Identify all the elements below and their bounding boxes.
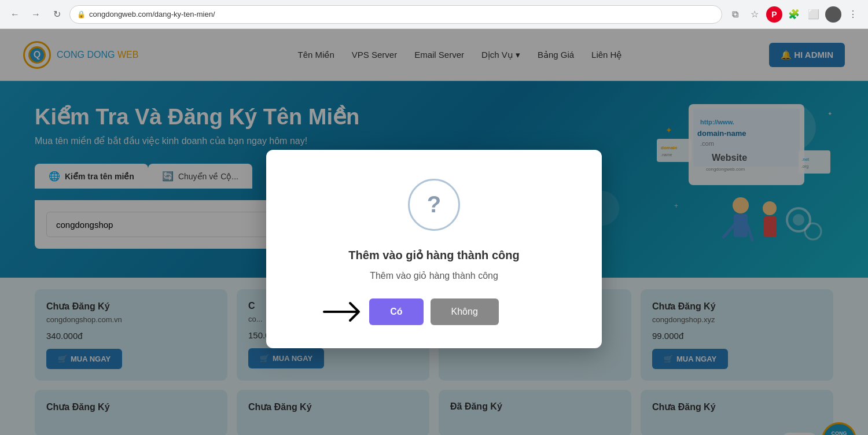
modal-buttons: Có Không xyxy=(301,298,567,325)
co-button[interactable]: Có xyxy=(369,298,423,325)
modal-arrow xyxy=(318,297,376,326)
address-bar[interactable]: 🔒 congdongweb.com/dang-ky-ten-mien/ xyxy=(69,5,722,24)
website: Q CONG DONG WEB Tên Miền VPS Server Emai… xyxy=(0,29,868,435)
url-text: congdongweb.com/dang-ky-ten-mien/ xyxy=(89,10,215,19)
share-button[interactable]: ⧉ xyxy=(727,6,743,23)
page-wrapper: ← → ↻ 🔒 congdongweb.com/dang-ky-ten-mien… xyxy=(0,0,868,435)
modal-question-icon: ? xyxy=(408,179,460,231)
reload-button[interactable]: ↻ xyxy=(49,6,65,23)
khong-button[interactable]: Không xyxy=(431,298,499,325)
pinterest-icon: P xyxy=(766,6,782,23)
back-button[interactable]: ← xyxy=(7,6,23,23)
lock-icon: 🔒 xyxy=(77,10,86,19)
modal-title: Thêm vào giỏ hàng thành công xyxy=(301,248,567,262)
modal-message: Thêm vào giỏ hàng thành công xyxy=(301,270,567,281)
forward-button[interactable]: → xyxy=(28,6,44,23)
modal-dialog: ? Thêm vào giỏ hàng thành công Thêm vào … xyxy=(266,150,602,348)
bookmark-button[interactable]: ☆ xyxy=(746,6,763,23)
tab-button[interactable]: ⬜ xyxy=(806,6,822,23)
menu-button[interactable]: ⋮ xyxy=(845,6,861,23)
extensions-button[interactable]: 🧩 xyxy=(786,6,802,23)
browser-chrome: ← → ↻ 🔒 congdongweb.com/dang-ky-ten-mien… xyxy=(0,0,868,29)
browser-actions: ⧉ ☆ P 🧩 ⬜ ⋮ xyxy=(727,6,861,23)
modal-overlay[interactable]: ? Thêm vào giỏ hàng thành công Thêm vào … xyxy=(0,29,868,435)
profile-avatar[interactable] xyxy=(825,6,841,23)
